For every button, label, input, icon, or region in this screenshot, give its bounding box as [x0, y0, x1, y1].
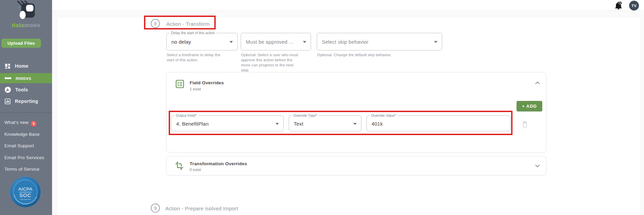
sidebar: datamoov Upload Files Home moovs Tools	[0, 0, 52, 215]
app-logo: datamoov	[0, 1, 52, 29]
svg-text:™: ™	[41, 196, 42, 197]
sidebar-link-knowledge-base[interactable]: Knowledge Base	[4, 132, 40, 137]
override-type-select[interactable]: Override Type* Text	[289, 115, 361, 131]
override-type-value: Text	[294, 121, 303, 126]
override-type-label: Override Type*	[292, 113, 318, 117]
override-value-label: Override Value*	[370, 113, 397, 117]
sidebar-item-reporting[interactable]: Reporting	[0, 96, 52, 106]
step-8-title: Action - Transform	[166, 21, 210, 27]
expand-chevron-down-icon[interactable]	[535, 164, 540, 168]
brand-wordmark: datamoov	[0, 22, 52, 29]
transformation-overrides-title: Transformation Overrides	[190, 161, 247, 166]
notifications-bell-icon[interactable]	[615, 1, 623, 10]
sidebar-link-email-support[interactable]: Email Support	[4, 143, 34, 148]
step-8-number: 8	[151, 19, 160, 28]
sidebar-link-email-pro-services[interactable]: Email Pro Services	[4, 155, 44, 160]
override-value-input[interactable]: Override Value* 401k	[366, 115, 510, 131]
field-overrides-title: Field Overrides	[190, 80, 224, 85]
bar-chart-icon	[4, 98, 11, 105]
svg-text:SOC: SOC	[19, 192, 31, 198]
step-9-title: Action - Prepare isolved Import	[165, 206, 238, 211]
transformation-overrides-card: Transformation Overrides 0 exist	[166, 156, 546, 175]
chevron-down-icon	[276, 123, 279, 125]
delete-override-trash-icon[interactable]	[522, 121, 528, 128]
approval-select-value: Must be approved ...	[246, 39, 293, 45]
svg-text:AICPA: AICPA	[18, 187, 32, 192]
delay-helper-text: Select a timeframe to delay the start of…	[167, 52, 228, 63]
chevron-down-icon	[230, 41, 233, 43]
sidebar-item-label: Tools	[15, 87, 28, 92]
skip-helper-text: Optional: Change the default skip behavi…	[317, 52, 391, 58]
add-field-override-button[interactable]: + ADD	[517, 101, 542, 111]
sidebar-divider	[0, 112, 52, 113]
skip-behavior-select[interactable]: Select skip behavior	[317, 33, 442, 50]
sidebar-item-label: moovs	[16, 76, 31, 81]
dashboard-icon	[4, 63, 11, 69]
user-avatar[interactable]: TV	[629, 1, 639, 10]
sidebar-item-home[interactable]: Home	[0, 61, 52, 71]
skip-behavior-select-value: Select skip behavior	[322, 39, 368, 45]
approval-helper-text: Optional: Select a user who must approve…	[241, 52, 299, 73]
dots-icon	[4, 77, 11, 80]
top-bar: TV	[52, 0, 644, 10]
output-field-select[interactable]: Output Field* 4: BenefitPlan	[171, 115, 284, 131]
collapse-chevron-up-icon[interactable]	[535, 81, 540, 85]
sidebar-link-terms-of-service[interactable]: Terms of Service	[4, 167, 40, 172]
delay-select-label: Delay the start of this action	[170, 31, 216, 35]
step-9-number: 9	[151, 203, 160, 213]
aicpa-soc-badge: AICPA SOC aicpa.org/soc4so SOC for Servi…	[9, 175, 42, 211]
output-field-value: 4: BenefitPlan	[176, 121, 209, 126]
delay-select[interactable]: Delay the start of this action no delay	[166, 33, 238, 50]
transformation-overrides-count: 0 exist	[190, 168, 201, 172]
field-overrides-card: Field Overrides 1 exist + ADD Output Fie…	[166, 72, 546, 152]
upload-files-button[interactable]: Upload Files	[1, 39, 41, 48]
chevron-down-icon	[434, 41, 437, 43]
sidebar-item-tools[interactable]: Tools	[0, 85, 52, 95]
delay-select-value: no delay	[171, 39, 191, 45]
whats-new-count-badge: 5	[31, 121, 37, 127]
field-overrides-list-icon	[175, 80, 184, 88]
output-field-label: Output Field*	[174, 113, 198, 117]
wrench-icon	[4, 86, 11, 93]
sidebar-item-label: Reporting	[15, 99, 38, 104]
sidebar-item-moovs[interactable]: moovs	[0, 73, 52, 83]
svg-text:aicpa.org/soc4so: aicpa.org/soc4so	[20, 198, 31, 200]
approval-select[interactable]: Must be approved ...	[241, 33, 311, 50]
field-overrides-count: 1 exist	[190, 87, 201, 91]
datamoov-logo-icon	[15, 1, 37, 20]
sidebar-item-label: Home	[15, 63, 28, 69]
transformation-transform-icon	[175, 161, 184, 170]
override-value-text: 401k	[372, 121, 383, 126]
sidebar-link-whats-new[interactable]: What's new5	[4, 120, 37, 127]
chevron-down-icon	[303, 41, 306, 43]
chevron-down-icon	[353, 123, 357, 125]
